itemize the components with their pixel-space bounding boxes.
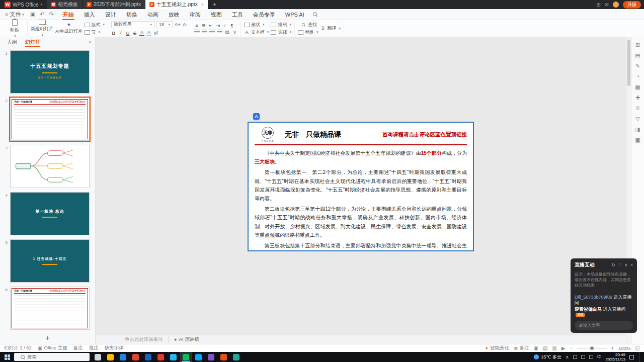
shape-button[interactable]: 形状 <box>244 22 269 28</box>
ai-generate-slide-button[interactable]: ✦ AI生成幻灯片 <box>55 22 83 35</box>
chat-input[interactable] <box>579 323 629 328</box>
beautify-button[interactable]: ✦ 智能美化 <box>485 345 509 351</box>
paragraph-4[interactable]: 第三板块包括第十五部分和结束语，主要部署坚持和加强党中央集中统一领导、推进社会主… <box>255 241 467 251</box>
play-slideshow-icon[interactable]: ▶ <box>561 345 566 351</box>
paragraph-3[interactable]: 第二板块包括第三至第十四12个部分，为分论，主要围绕关系全局和长远的重点问题，分… <box>255 205 467 239</box>
taskbar-clock[interactable]: 20:49 2025/11/13 <box>606 352 625 361</box>
wps-home-button[interactable]: W WPS Office ▾ <box>0 2 47 8</box>
paragraph-button-3[interactable]: ⇤ <box>208 23 213 28</box>
panel-tool-icon[interactable]: ▣ <box>635 137 640 143</box>
replace-button[interactable]: 替换 <box>298 29 318 35</box>
slide-canvas[interactable]: A 无非 只做精品课 无非—只做精品课 咨询课程请点击评论区蓝色置顶链接 《中共… <box>96 37 626 335</box>
more-tool-icon[interactable]: ▽ <box>635 116 639 122</box>
layout-button[interactable]: 版式 <box>85 22 105 28</box>
apps-grid-icon[interactable]: ⊞ <box>596 2 600 8</box>
font-style-button-7[interactable]: x² <box>153 30 158 36</box>
paragraph-button-2[interactable]: ≣ <box>201 23 206 28</box>
taskbar-app-chrome[interactable] <box>129 352 142 362</box>
taskbar-app-wps[interactable] <box>217 352 230 362</box>
slide-thumbnail-row-3[interactable]: 3 <box>0 145 92 188</box>
new-tab-button[interactable]: + <box>208 1 221 8</box>
taskbar-app-notepad[interactable] <box>230 352 243 362</box>
font-name-select[interactable]: 微软雅黑 <box>111 21 154 28</box>
new-slide-button[interactable]: 新建幻灯片 <box>31 20 53 37</box>
menu-tab-7[interactable]: 审阅 <box>185 9 206 20</box>
notification-center-icon[interactable] <box>629 355 634 359</box>
missing-fonts-button[interactable]: 缺失字体 <box>105 345 124 351</box>
color-tool-icon[interactable]: ◔ <box>636 74 639 79</box>
scrollbar-thumb[interactable] <box>627 40 630 86</box>
volume-icon[interactable] <box>581 355 585 359</box>
comments-button[interactable]: 批注 <box>89 345 99 351</box>
user-avatar[interactable] <box>613 2 619 8</box>
notes-placeholder[interactable]: 单击此处添加备注 <box>125 336 163 343</box>
theme-name[interactable]: ▣ Office 主题 <box>38 345 67 351</box>
menu-tab-9[interactable]: 工具 <box>227 9 248 20</box>
zoom-slider[interactable] <box>577 348 606 348</box>
paragraph-1[interactable]: 《中共中央关于制定国民经济和社会发展第十五个五年规划的建议》由15个部分构成，分… <box>255 149 467 166</box>
font-style-button-2[interactable]: I <box>118 30 123 35</box>
slide-notice[interactable]: 咨询课程请点击评论区蓝色置顶链接 <box>382 131 467 138</box>
zoom-out-icon[interactable]: − <box>570 345 573 351</box>
paragraph-button-6[interactable]: ¶ <box>229 23 234 28</box>
properties-tool-icon[interactable]: ⊞ <box>635 42 640 48</box>
font-style-button-6[interactable]: A <box>146 30 151 36</box>
normal-view-icon[interactable]: ▣ <box>533 345 538 351</box>
columns-icon[interactable]: ▤ <box>224 30 230 35</box>
slide-sorter-icon[interactable]: ▤ <box>543 345 547 351</box>
slide-1-thumbnail[interactable]: 十五五规划专题 无非—只做精品课 <box>10 50 90 94</box>
notes-button[interactable]: 备注 <box>73 345 83 351</box>
paragraph-button-5[interactable]: ↕ <box>222 23 227 28</box>
refresh-icon[interactable]: ↻ <box>612 262 616 267</box>
zoom-level[interactable]: 103% <box>618 345 630 351</box>
menu-tab-4[interactable]: 切换 <box>121 9 142 20</box>
slide-2-thumbnail[interactable]: 无非—只做精品课 咨询课程请点击评论区蓝色置顶链接 <box>10 98 90 141</box>
paste-button[interactable]: 粘贴 <box>5 19 24 38</box>
show-desktop-button[interactable] <box>639 352 641 362</box>
taskbar-app-cloud-drive[interactable] <box>205 352 217 362</box>
font-size-select[interactable]: 18 <box>156 21 173 28</box>
font-scale-button-1[interactable]: A+ <box>175 22 181 27</box>
menu-tab-2[interactable]: 插入 <box>79 9 100 20</box>
search-icon[interactable] <box>312 12 318 17</box>
insert-tool-icon[interactable]: ✚ <box>635 95 640 101</box>
grid-tool-icon[interactable]: ▦ <box>635 84 640 90</box>
taskbar-search-input[interactable] <box>27 354 87 359</box>
split-tool-icon[interactable]: ◨ <box>635 127 640 132</box>
font-style-button-5[interactable]: A <box>139 30 144 36</box>
paragraph-button-4[interactable]: ⇥ <box>215 23 220 28</box>
notes-toggle-button[interactable]: ≣ 备注 <box>514 345 529 351</box>
menu-tab-11[interactable]: WPS AI <box>280 9 309 20</box>
font-scale-button-2[interactable]: A- <box>183 22 188 27</box>
section-button[interactable]: 节 <box>85 29 105 35</box>
add-slide-button[interactable]: + <box>45 334 49 342</box>
find-button[interactable]: 查找 <box>298 22 318 28</box>
redo-icon[interactable]: ↷ <box>49 11 54 18</box>
slide-4-thumbnail[interactable]: 第一板块 总论 <box>10 192 90 235</box>
weather-widget[interactable]: 15℃ 多云 <box>534 354 561 360</box>
ai-assistant-icon[interactable]: A <box>253 113 260 120</box>
paragraph-2[interactable]: 第一板块包括第一、第二2个部分，为总论，主要阐述“十四五”时期我国发展取得重大成… <box>255 168 467 203</box>
minimize-icon[interactable]: ∨ <box>624 262 628 267</box>
file-menu-button[interactable]: ≡ 文件 ▾ <box>0 11 29 18</box>
taskbar-app-wechat[interactable] <box>180 352 192 362</box>
taskbar-app-dingtalk[interactable] <box>167 352 180 362</box>
select-button[interactable]: 选择 <box>271 29 291 35</box>
ai-speech-button[interactable]: ✦ AI 演讲稿 <box>168 336 199 343</box>
slide-thumbnail-row-5[interactable]: 5 1 过去成就-十四五 <box>0 239 92 283</box>
menu-tab-5[interactable]: 动画 <box>142 9 164 20</box>
menu-tab-8[interactable]: 视图 <box>206 9 227 20</box>
arrange-button[interactable]: 排列 <box>271 22 291 28</box>
font-style-button-4[interactable]: S <box>132 30 137 36</box>
align-center-icon[interactable] <box>202 30 207 34</box>
slide-thumbnail-row-6[interactable]: 6 无非—只做精品课 咨询课程请点击评论区蓝色置顶链接 <box>0 287 92 330</box>
taskbar-app-task-view[interactable] <box>92 352 104 362</box>
taskbar-app-word[interactable] <box>142 352 154 362</box>
document-tab-1[interactable]: P 2025下考前冲刺.pptx <box>83 0 145 9</box>
taskbar-app-qq[interactable] <box>192 352 205 362</box>
document-tab-active[interactable]: P 十五五规划上.pptx × <box>145 0 208 9</box>
align-left-icon[interactable] <box>194 30 200 34</box>
document-tab-docer[interactable]: 稻 稻壳模板 <box>47 0 83 9</box>
undo-icon[interactable]: ↶ <box>40 11 44 18</box>
reading-view-icon[interactable]: ▥ <box>552 345 556 351</box>
